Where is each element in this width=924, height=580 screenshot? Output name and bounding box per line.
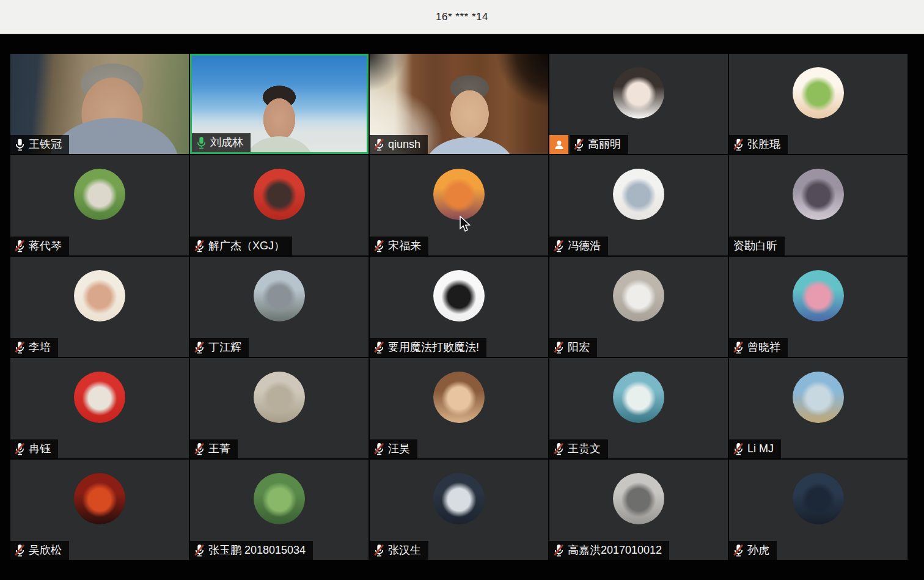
participant-tile[interactable]: 孙虎 [729, 460, 908, 560]
participant-tile[interactable]: 要用魔法打败魔法! [370, 257, 548, 357]
avatar [433, 473, 485, 524]
avatar [433, 270, 485, 321]
name-pill: 高丽明 [570, 135, 628, 154]
name-label: 曾晓祥 [729, 338, 788, 357]
mic-icon [733, 138, 744, 151]
participant-tile[interactable]: 高丽明 [549, 54, 728, 154]
participant-name: 资勘白昕 [733, 237, 777, 255]
participant-name: 王铁冠 [29, 135, 62, 154]
participant-name: 冉钰 [29, 439, 51, 458]
participant-tile[interactable]: 冯德浩 [549, 155, 728, 255]
avatar [74, 169, 125, 220]
mic-icon [733, 341, 744, 354]
participant-tile[interactable]: 高嘉洪2017010012 [549, 460, 728, 560]
name-label: 资勘白昕 [729, 237, 785, 255]
name-label: 张汉生 [370, 541, 428, 560]
avatar [433, 169, 485, 220]
no-video-badge [549, 135, 568, 154]
participant-tile[interactable]: qiunsh [370, 54, 548, 154]
participant-tile[interactable]: 解广杰（XGJ） [190, 155, 369, 255]
participant-tile[interactable]: 张胜琨 [729, 54, 908, 154]
name-pill: 孙虎 [729, 541, 777, 560]
name-label: 冯德浩 [549, 237, 608, 255]
name-pill: 曾晓祥 [729, 338, 788, 357]
participant-name: 汪昊 [388, 439, 410, 458]
name-pill: 宋福来 [370, 237, 428, 255]
participant-name: 解广杰（XGJ） [208, 237, 285, 255]
participant-name: 高嘉洪2017010012 [568, 541, 662, 560]
avatar [74, 473, 125, 524]
name-pill: 李培 [10, 338, 58, 357]
name-pill: 蒋代琴 [10, 237, 69, 255]
avatar [74, 372, 125, 423]
participant-tile[interactable]: 丁江辉 [190, 257, 369, 357]
avatar [433, 372, 485, 423]
avatar [254, 372, 305, 423]
mic-icon [554, 442, 564, 455]
avatar [793, 169, 844, 220]
mic-icon [733, 544, 744, 557]
avatar [254, 270, 305, 321]
participant-tile[interactable]: 冉钰 [10, 358, 189, 458]
name-label: 要用魔法打败魔法! [370, 338, 486, 357]
name-label: 高丽明 [549, 135, 628, 154]
avatar [613, 270, 664, 321]
mic-icon [374, 240, 384, 252]
name-pill: 高嘉洪2017010012 [549, 541, 669, 560]
participant-name: 丁江辉 [208, 338, 241, 357]
avatar [254, 473, 305, 524]
participant-tile[interactable]: 张汉生 [370, 460, 548, 560]
avatar [793, 270, 844, 321]
participant-tile[interactable]: 王铁冠 [10, 54, 189, 154]
participant-name: 宋福来 [388, 237, 421, 255]
name-label: 蒋代琴 [10, 237, 69, 255]
avatar [613, 473, 664, 524]
participant-tile[interactable]: 资勘白昕 [729, 155, 908, 255]
meeting-window: { "window": { "title": "16* *** *14" }, … [0, 0, 924, 580]
participant-name: 要用魔法打败魔法! [388, 338, 479, 357]
mic-icon [196, 136, 207, 149]
participant-name: 蒋代琴 [29, 237, 62, 255]
participant-tile[interactable]: 王贵文 [549, 358, 728, 458]
mic-icon [374, 341, 384, 354]
participant-tile[interactable]: 李培 [10, 257, 189, 357]
mic-icon [15, 341, 25, 354]
avatar [613, 67, 664, 119]
mic-icon [733, 442, 744, 455]
name-pill: Li MJ [729, 439, 781, 458]
participant-tile[interactable]: 阳宏 [549, 257, 728, 357]
participant-tile[interactable]: 汪昊 [370, 358, 548, 458]
avatar [613, 169, 664, 220]
mic-icon [15, 442, 25, 455]
participant-tile[interactable]: 张玉鹏 2018015034 [190, 460, 369, 560]
name-pill: 刘成林 [192, 133, 251, 152]
name-label: 吴欣松 [10, 541, 69, 560]
participant-name: 张玉鹏 2018015034 [208, 541, 306, 560]
participant-name: 吴欣松 [29, 541, 62, 560]
participant-tile[interactable]: 吴欣松 [10, 460, 189, 560]
mic-icon [194, 442, 205, 455]
name-label: 解广杰（XGJ） [190, 237, 292, 255]
participant-name: 阳宏 [568, 338, 590, 357]
titlebar: 16* *** *14 [0, 0, 924, 34]
name-pill: 丁江辉 [190, 338, 249, 357]
name-pill: 王铁冠 [10, 135, 69, 154]
participant-tile[interactable]: Li MJ [729, 358, 908, 458]
participant-tile[interactable]: 宋福来 [370, 155, 548, 255]
name-pill: 吴欣松 [10, 541, 69, 560]
mic-icon [15, 138, 25, 151]
name-pill: 冉钰 [10, 439, 58, 458]
name-label: 张胜琨 [729, 135, 788, 154]
avatar [793, 67, 844, 119]
name-label: 孙虎 [729, 541, 777, 560]
name-label: Li MJ [729, 439, 781, 458]
name-pill: 资勘白昕 [729, 237, 785, 255]
participant-tile[interactable]: 刘成林 [190, 54, 369, 154]
participant-name: 王菁 [208, 439, 230, 458]
participant-tile[interactable]: 王菁 [190, 358, 369, 458]
participant-tile[interactable]: 蒋代琴 [10, 155, 189, 255]
name-label: 王铁冠 [10, 135, 69, 154]
name-label: 宋福来 [370, 237, 428, 255]
mic-icon [574, 138, 584, 151]
participant-tile[interactable]: 曾晓祥 [729, 257, 908, 357]
